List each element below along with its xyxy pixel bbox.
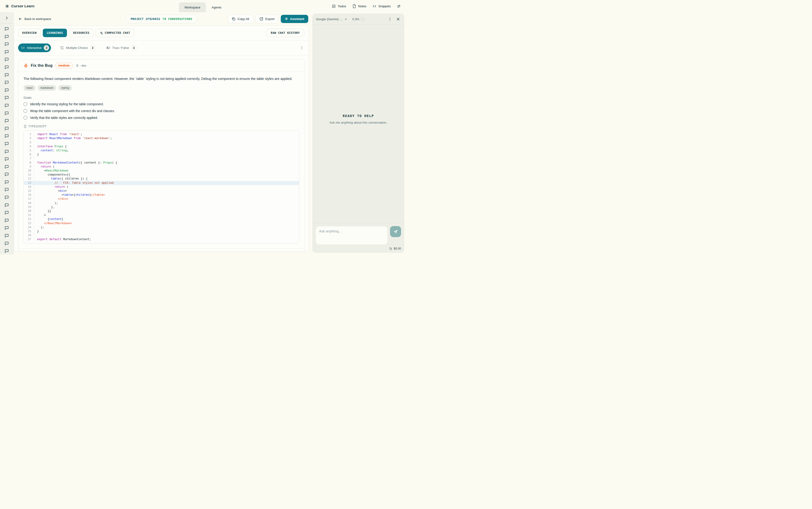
conversation-chat-icon[interactable] xyxy=(4,133,9,138)
paper-plane-icon xyxy=(393,229,398,234)
conversation-chat-icon[interactable] xyxy=(4,42,9,46)
ask-input[interactable] xyxy=(316,226,388,245)
conversation-chat-icon[interactable] xyxy=(4,118,9,123)
topbar-tabs: WorkspaceAgents xyxy=(179,2,227,12)
stopwatch-icon xyxy=(76,64,79,67)
tab-learnings[interactable]: LEARNINGS xyxy=(43,29,67,37)
code-line-17: 17 </div> xyxy=(24,197,299,201)
more-options-icon[interactable] xyxy=(387,17,392,22)
filter-true-false[interactable]: True / False3 xyxy=(103,43,139,52)
conversation-chat-icon[interactable] xyxy=(4,218,9,223)
conversation-chat-icon[interactable] xyxy=(4,95,9,100)
conversation-chat-icon[interactable] xyxy=(4,179,9,184)
goals-label: Goals xyxy=(24,96,299,99)
back-to-workspace-link[interactable]: Back to workspace xyxy=(18,17,51,21)
filter-multiple-choice[interactable]: Multiple Choice3 xyxy=(57,43,97,52)
conversation-chat-icon[interactable] xyxy=(4,111,9,115)
conversation-chat-icon[interactable] xyxy=(4,210,9,215)
sidebar-expand-button[interactable] xyxy=(0,12,13,24)
conversation-chat-icon[interactable] xyxy=(4,149,9,154)
code-line-19: 19 }, xyxy=(24,205,299,209)
exercise-card-body: The following React component renders Ma… xyxy=(18,72,305,245)
tab-compacted-chat[interactable]: COMPACTED CHAT xyxy=(96,29,134,37)
topbar-tab-workspace[interactable]: Workspace xyxy=(179,2,206,12)
conversation-chat-icon[interactable] xyxy=(4,126,9,131)
context-usage: 0.3% xyxy=(352,18,364,21)
line-number: 18 xyxy=(24,201,34,205)
topbar-tab-agents[interactable]: Agents xyxy=(206,2,227,12)
conversation-chat-icon[interactable] xyxy=(4,80,9,85)
topbar-action-snippets[interactable]: Snippets xyxy=(373,4,391,8)
line-number: 4 xyxy=(24,144,34,148)
assistant-button[interactable]: Assistant xyxy=(281,15,308,23)
conversation-chat-icon[interactable] xyxy=(4,187,9,192)
line-number: 2 xyxy=(24,136,34,140)
conversation-chat-icon[interactable] xyxy=(4,26,9,31)
conversation-chat-icon[interactable] xyxy=(4,172,9,177)
goal-radio[interactable] xyxy=(24,116,27,120)
code-line-6: 6} xyxy=(24,152,299,157)
tab-overview[interactable]: OVERVIEW xyxy=(18,29,41,37)
main-content: Back to workspace PROJECT 1F920652 78 CO… xyxy=(13,12,313,254)
conversation-chat-icon[interactable] xyxy=(4,141,9,146)
code-line-20: 20 }} xyxy=(24,209,299,213)
export-button[interactable]: Export xyxy=(255,14,278,23)
goal-radio[interactable] xyxy=(24,109,27,113)
line-number: 24 xyxy=(24,225,34,229)
copy-all-button[interactable]: Copy All xyxy=(228,14,253,23)
conversation-chat-icon[interactable] xyxy=(4,225,9,230)
conversation-chat-icon[interactable] xyxy=(4,88,9,93)
code-line-24: 24 ); xyxy=(24,225,299,229)
model-selector[interactable]: Google (Gemini): ... xyxy=(316,18,348,21)
line-number: 27 xyxy=(24,237,34,241)
conversation-chat-icon[interactable] xyxy=(4,34,9,39)
filter-interactive[interactable]: Interactive3 xyxy=(18,43,51,52)
tab-resources[interactable]: RESOURCES xyxy=(69,29,94,37)
line-number: 17 xyxy=(24,197,34,201)
conversation-chat-icon[interactable] xyxy=(4,65,9,70)
assistant-footer: $0.00 xyxy=(313,223,404,252)
app-logo[interactable]: Cursor Learn xyxy=(5,4,35,8)
topbar-action-todos[interactable]: Todos xyxy=(332,4,346,8)
code-line-5: 5 content: string; xyxy=(24,148,299,152)
filter-count-badge: 3 xyxy=(44,45,49,50)
asterisk-icon xyxy=(285,17,288,21)
conversation-chat-icon[interactable] xyxy=(4,241,9,246)
assistant-status-title: READY TO HELP xyxy=(343,114,374,118)
conversation-chat-icon[interactable] xyxy=(4,203,9,207)
settings-sliders-button[interactable] xyxy=(397,4,401,8)
assistant-panel: Google (Gemini): ... 0.3% xyxy=(313,13,404,252)
conversation-chat-icon[interactable] xyxy=(4,157,9,162)
send-button[interactable] xyxy=(390,226,401,237)
close-icon[interactable] xyxy=(396,17,400,22)
filter-more-options-icon[interactable] xyxy=(299,45,305,51)
code-line-10: 10 <ReactMarkdown xyxy=(24,169,299,173)
main-row: Back to workspace PROJECT 1F920652 78 CO… xyxy=(0,12,406,254)
goal-radio[interactable] xyxy=(24,102,27,106)
topbar: Cursor Learn WorkspaceAgents TodosNotesS… xyxy=(0,0,406,12)
line-number: 16 xyxy=(24,193,34,197)
usage-ring-icon xyxy=(361,18,364,21)
conversation-chat-icon[interactable] xyxy=(4,72,9,77)
line-number: 6 xyxy=(24,152,34,157)
tag-list: reactmarkdownstyling xyxy=(24,85,299,91)
conversation-chat-icon[interactable] xyxy=(4,57,9,62)
conversation-chat-icon[interactable] xyxy=(4,233,9,238)
conversation-chat-icon[interactable] xyxy=(4,248,9,253)
raw-chat-history-button[interactable]: RAW CHAT HISTORY xyxy=(266,29,305,37)
conversation-chat-icon[interactable] xyxy=(4,164,9,169)
coins-icon xyxy=(389,247,392,250)
topbar-actions: TodosNotesSnippets xyxy=(332,4,401,8)
code-line-25: 25} xyxy=(24,229,299,233)
assistant-status-subtitle: Ask me anything about this conversation. xyxy=(329,121,387,124)
goal-item: Wrap the table component with the correc… xyxy=(24,109,299,113)
assistant-header-actions xyxy=(387,17,400,22)
tag-styling: styling xyxy=(58,85,72,91)
conversation-chat-icon[interactable] xyxy=(4,49,9,54)
code-line-1: 1import React from 'react'; xyxy=(24,132,299,136)
app-title: Cursor Learn xyxy=(11,4,35,8)
conversation-chat-icon[interactable] xyxy=(4,195,9,200)
conversation-chat-icon[interactable] xyxy=(4,103,9,108)
topbar-action-notes[interactable]: Notes xyxy=(352,4,366,8)
code-editor[interactable]: 1import React from 'react';2import React… xyxy=(24,130,299,243)
